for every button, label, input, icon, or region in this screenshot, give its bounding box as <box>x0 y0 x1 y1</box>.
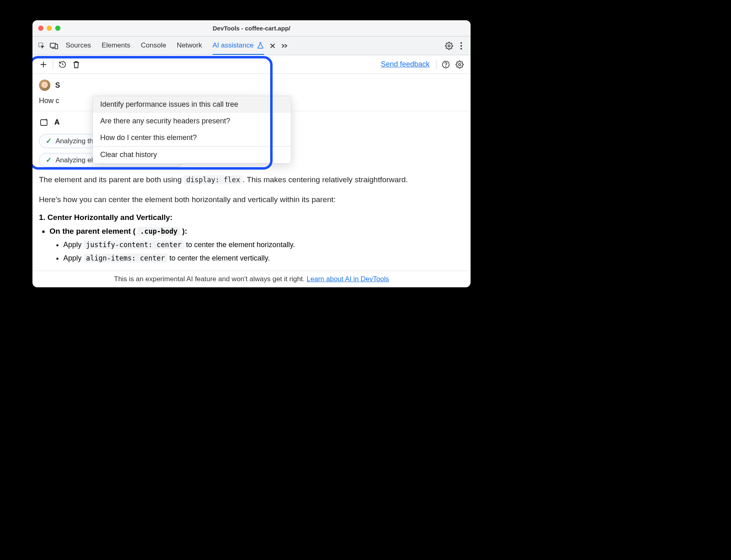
footer-link[interactable]: Learn about AI in DevTools <box>307 275 389 283</box>
ai-paragraph: The element and its parent are both usin… <box>32 170 471 190</box>
footer-text: This is an experimental AI feature and w… <box>114 275 307 283</box>
close-tab-icon[interactable] <box>267 40 279 52</box>
clear-history-item[interactable]: Clear chat history <box>93 146 291 163</box>
kebab-menu-icon[interactable] <box>455 40 467 52</box>
svg-rect-3 <box>55 44 58 49</box>
flask-icon <box>257 42 264 49</box>
user-name: S <box>55 81 60 90</box>
svg-point-9 <box>446 66 446 67</box>
history-item[interactable]: How do I center this element? <box>93 129 291 146</box>
inspect-element-icon[interactable] <box>36 40 48 52</box>
ai-sparkle-icon <box>39 117 49 127</box>
user-message-header: S <box>32 74 471 97</box>
svg-point-6 <box>460 45 462 47</box>
history-icon[interactable] <box>56 58 69 71</box>
svg-point-7 <box>460 48 462 50</box>
avatar <box>39 80 50 91</box>
tab-sources[interactable]: Sources <box>66 37 91 55</box>
panel-settings-icon[interactable] <box>453 58 467 71</box>
send-feedback-link[interactable]: Send feedback <box>381 60 430 69</box>
list-item: Apply justify-content: center to center … <box>63 238 464 252</box>
check-icon: ✓ <box>46 156 52 164</box>
list-item: On the parent element ( .cup-body ): App… <box>49 225 471 267</box>
tab-ai-label: AI assistance <box>213 41 254 50</box>
more-tabs-icon[interactable] <box>279 40 291 52</box>
help-icon[interactable] <box>439 58 453 71</box>
devtools-window: DevTools - coffee-cart.app/ Sources Elem… <box>32 20 471 287</box>
ai-disclaimer-footer: This is an experimental AI feature and w… <box>32 271 471 287</box>
history-item[interactable]: Are there any security headers present? <box>93 113 291 129</box>
tab-elements[interactable]: Elements <box>101 37 130 55</box>
code-inline: .cup-body <box>138 227 180 236</box>
minimize-window-button[interactable] <box>47 26 52 31</box>
device-toolbar-icon[interactable] <box>48 40 60 52</box>
code-inline: display: flex <box>184 175 243 184</box>
new-chat-icon[interactable] <box>37 58 50 71</box>
ai-section-heading: 1. Center Horizontally and Vertically: <box>32 210 471 225</box>
svg-point-5 <box>460 42 462 44</box>
window-title: DevTools - coffee-cart.app/ <box>32 25 471 32</box>
code-inline: align-items: center <box>84 254 167 263</box>
svg-point-10 <box>459 63 461 65</box>
ai-list: On the parent element ( .cup-body ): App… <box>32 225 471 267</box>
titlebar: DevTools - coffee-cart.app/ <box>32 20 471 37</box>
tab-console[interactable]: Console <box>141 37 166 55</box>
tab-ai-assistance[interactable]: AI assistance <box>213 37 264 55</box>
code-inline: justify-content: center <box>84 240 184 249</box>
traffic-lights <box>32 26 60 31</box>
svg-point-4 <box>448 45 450 47</box>
history-item[interactable]: Identify performance issues in this call… <box>93 96 291 113</box>
ai-paragraph: Here's how you can center the element bo… <box>32 190 471 209</box>
history-dropdown: Identify performance issues in this call… <box>92 96 291 164</box>
delete-icon[interactable] <box>69 58 83 71</box>
check-icon: ✓ <box>46 137 52 145</box>
list-item: Apply align-items: center to center the … <box>63 252 464 265</box>
maximize-window-button[interactable] <box>55 26 60 31</box>
tab-network[interactable]: Network <box>177 37 202 55</box>
devtools-tabstrip: Sources Elements Console Network AI assi… <box>32 37 471 55</box>
ai-panel-toolbar: Send feedback <box>32 55 471 74</box>
settings-gear-icon[interactable] <box>443 40 455 52</box>
close-window-button[interactable] <box>38 26 43 31</box>
ai-name: A <box>54 118 60 127</box>
